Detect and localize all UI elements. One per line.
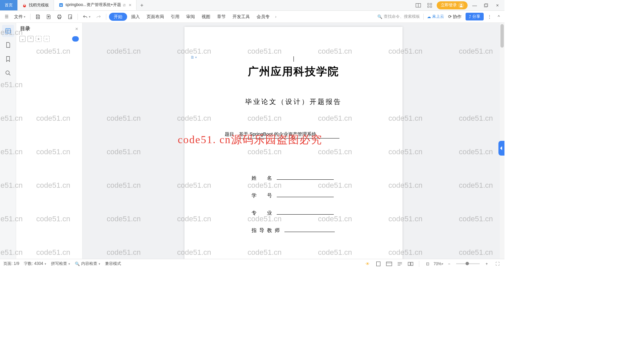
status-page[interactable]: 页面: 1/9 xyxy=(3,261,19,267)
status-words[interactable]: 字数: 4304 ▾ xyxy=(24,261,46,267)
sidebar-doc-icon[interactable] xyxy=(2,39,14,51)
close-icon[interactable]: × xyxy=(129,2,131,8)
monitor-icon: ⎚ xyxy=(123,3,125,7)
outline-tools: ⌄ ⌃ + − xyxy=(16,35,82,43)
ai-bubble-icon[interactable] xyxy=(72,36,79,42)
outline-header: 目录 × xyxy=(16,23,82,35)
svg-rect-20 xyxy=(376,262,380,266)
start-tab[interactable]: 开始 xyxy=(109,13,127,21)
tab-bar: 首页 找稻壳模板 W springboo...资产管理系统+开题 ⎚ × + 立… xyxy=(0,0,504,11)
undo-icon[interactable]: ▾ xyxy=(80,13,93,20)
status-contentcheck[interactable]: 🔍内容检查 ▾ xyxy=(75,261,100,267)
sidebar-search-icon[interactable] xyxy=(2,67,14,79)
cloud-status[interactable]: ☁未上云 xyxy=(427,14,444,19)
view-outline-icon[interactable] xyxy=(396,261,404,267)
view-read-icon[interactable] xyxy=(407,261,414,267)
svg-point-18 xyxy=(6,71,9,74)
menu-chapter[interactable]: 章节 xyxy=(214,12,228,21)
save-icon[interactable] xyxy=(33,13,43,21)
collapse-all-icon[interactable]: ⌄ xyxy=(19,36,25,42)
menu-view[interactable]: 视图 xyxy=(199,12,213,21)
menu-devtools[interactable]: 开发工具 xyxy=(230,12,253,21)
minimize-button[interactable]: — xyxy=(470,1,479,10)
menu-reference[interactable]: 引用 xyxy=(168,12,182,21)
more-menu-icon[interactable]: ⋮ xyxy=(486,14,494,19)
fullscreen-icon[interactable]: ⛶ xyxy=(494,261,501,267)
collapse-ribbon-icon[interactable]: ^ xyxy=(496,13,502,20)
status-compat[interactable]: 兼容模式 xyxy=(105,261,121,267)
tab-document[interactable]: W springboo...资产管理系统+开题 ⎚ × xyxy=(54,0,137,10)
outline-title: 目录 xyxy=(20,25,30,32)
new-tab-button[interactable]: + xyxy=(137,0,147,10)
text-cursor xyxy=(293,56,294,62)
menu-member[interactable]: 会员专 xyxy=(254,12,272,21)
avatar-icon xyxy=(458,2,464,8)
close-panel-icon[interactable]: × xyxy=(75,26,78,32)
redo-icon[interactable] xyxy=(94,13,103,20)
grid-icon[interactable] xyxy=(425,1,434,10)
login-button[interactable]: 立即登录 xyxy=(437,1,468,9)
close-window-button[interactable]: × xyxy=(493,1,502,10)
view-page-icon[interactable] xyxy=(375,261,382,267)
cloud-icon: ☁ xyxy=(427,14,431,19)
field-advisor: 指导教师 xyxy=(252,227,335,234)
svg-point-8 xyxy=(461,4,462,5)
zoom-value[interactable]: 70% ▾ xyxy=(435,261,442,267)
collab-icon: ⟳ xyxy=(448,14,452,19)
doc-subtitle: 毕业论文（设计）开题报告 xyxy=(184,97,402,106)
outline-panel: 目录 × ⌄ ⌃ + − xyxy=(16,23,83,259)
search-box[interactable]: 🔍查找命令、搜索模板 xyxy=(377,14,420,19)
print-icon[interactable] xyxy=(55,13,64,21)
page-marker-icon: 🗎▾ xyxy=(191,55,197,60)
file-menu[interactable]: 文件▾ xyxy=(12,12,28,21)
tab-home[interactable]: 首页 xyxy=(0,0,17,10)
svg-line-19 xyxy=(9,74,10,75)
search-doc-icon: 🔍 xyxy=(75,262,80,266)
field-major: 专 业 xyxy=(252,210,334,216)
doc-topic: 题目 基于 SpringBoot 的企业资产管理系统 xyxy=(225,131,382,138)
svg-rect-6 xyxy=(428,6,429,7)
document-page: 🗎▾ 广州应用科技学院 毕业论文（设计）开题报告 题目 基于 SpringBoo… xyxy=(184,27,402,259)
svg-rect-5 xyxy=(430,3,432,4)
menu-icon[interactable]: ☰ xyxy=(3,13,11,20)
workspace: 目录 × ⌄ ⌃ + − 🗎▾ 广州应用科技学院 毕业论文（设计）开题报告 题目… xyxy=(0,23,504,259)
share-button[interactable]: ⤴分享 xyxy=(466,13,484,20)
tab-templates[interactable]: 找稻壳模板 xyxy=(17,0,54,10)
menu-layout[interactable]: 页面布局 xyxy=(144,12,167,21)
tab-document-label: springboo...资产管理系统+开题 xyxy=(65,2,121,8)
scrollbar-thumb[interactable] xyxy=(500,24,504,48)
view-web-icon[interactable] xyxy=(385,261,393,267)
sidebar-bookmark-icon[interactable] xyxy=(2,53,14,65)
zoom-out-button[interactable]: − xyxy=(445,261,453,267)
tab-templates-label: 找稻壳模板 xyxy=(29,2,49,8)
export-icon[interactable] xyxy=(44,13,53,21)
zoom-in-button[interactable]: + xyxy=(483,261,490,267)
svg-rect-4 xyxy=(428,3,429,4)
scroll-right-icon[interactable]: › xyxy=(274,14,278,19)
menu-review[interactable]: 审阅 xyxy=(183,12,198,21)
zoom-slider[interactable] xyxy=(456,263,480,264)
document-canvas[interactable]: 🗎▾ 广州应用科技学院 毕业论文（设计）开题报告 题目 基于 SpringBoo… xyxy=(83,23,504,259)
preview-icon[interactable] xyxy=(65,13,75,21)
add-heading-icon[interactable]: + xyxy=(36,36,42,42)
maximize-button[interactable] xyxy=(482,1,490,10)
focus-mode-icon[interactable]: 👁 xyxy=(364,261,371,267)
fit-width-icon[interactable]: ⊡ xyxy=(424,261,431,267)
collab-button[interactable]: ⟳协作 xyxy=(446,12,464,21)
status-spellcheck[interactable]: 拼写检查 ▾ xyxy=(51,261,70,267)
sidebar xyxy=(0,23,16,259)
remove-heading-icon[interactable]: − xyxy=(44,36,50,42)
sidebar-outline-icon[interactable] xyxy=(2,25,14,37)
svg-rect-7 xyxy=(430,6,432,7)
side-drawer-tab[interactable] xyxy=(498,141,504,156)
layout1-icon[interactable] xyxy=(414,1,423,10)
expand-all-icon[interactable]: ⌃ xyxy=(28,36,34,42)
menu-insert[interactable]: 插入 xyxy=(128,12,143,21)
svg-text:W: W xyxy=(60,4,62,6)
window-controls: 立即登录 — × xyxy=(414,0,504,10)
search-icon: 🔍 xyxy=(377,14,382,19)
word-doc-icon: W xyxy=(59,3,63,7)
svg-rect-21 xyxy=(386,262,392,266)
tab-home-label: 首页 xyxy=(5,2,13,8)
field-name: 姓 名 xyxy=(252,175,334,181)
